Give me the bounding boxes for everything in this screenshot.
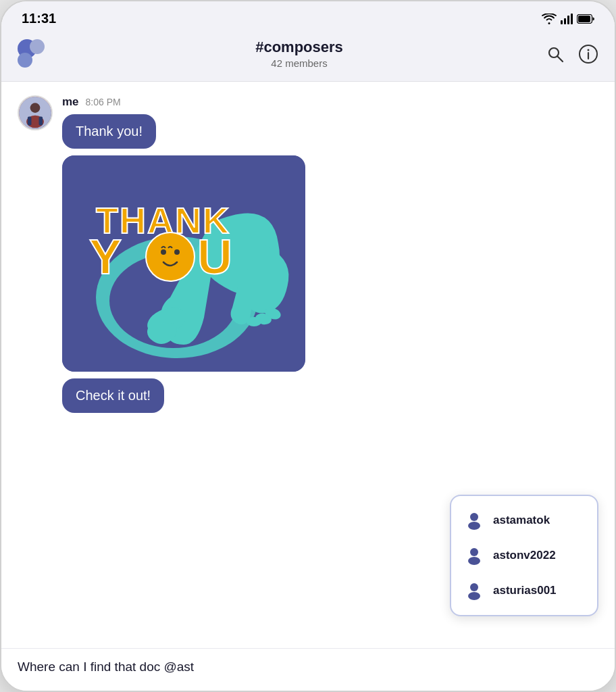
user-icon-asturias001 xyxy=(465,581,484,600)
svg-line-7 xyxy=(558,56,563,61)
messages-column: me 8:06 PM Thank you! xyxy=(62,95,598,420)
group-icon xyxy=(18,39,53,69)
user-icon-astamatok xyxy=(465,511,484,530)
svg-point-28 xyxy=(247,317,261,326)
avatar-dot-2 xyxy=(30,39,45,54)
search-icon xyxy=(546,45,565,64)
nav-left xyxy=(18,39,53,69)
signal-icon xyxy=(561,14,573,24)
avatar-dot-3 xyxy=(18,53,32,68)
autocomplete-item-astamatok[interactable]: astamatok xyxy=(451,503,597,538)
svg-point-30 xyxy=(468,522,480,530)
svg-rect-1 xyxy=(564,18,566,24)
wifi-icon xyxy=(542,14,557,24)
nav-center: #composers 42 members xyxy=(255,39,343,69)
avatar-image xyxy=(19,97,51,129)
sticker-bubble: THANK Y U xyxy=(62,155,305,372)
phone-frame: 11:31 xyxy=(0,0,616,692)
svg-point-31 xyxy=(470,548,478,556)
autocomplete-item-asturias001[interactable]: asturias001 xyxy=(451,573,597,608)
svg-text:Y: Y xyxy=(89,230,124,284)
status-bar: 11:31 xyxy=(1,1,615,33)
svg-rect-0 xyxy=(561,20,563,24)
svg-rect-5 xyxy=(578,16,590,22)
svg-rect-14 xyxy=(28,117,32,126)
nav-right xyxy=(546,44,598,64)
message-time: 8:06 PM xyxy=(86,97,121,107)
svg-point-24 xyxy=(174,249,180,255)
username-asturias001: asturias001 xyxy=(493,584,557,597)
sender-name: me xyxy=(62,95,79,109)
autocomplete-item-astonv2022[interactable]: astonv2022 xyxy=(451,538,597,573)
user-avatar xyxy=(18,95,53,130)
message-row: me 8:06 PM Thank you! xyxy=(18,95,598,420)
svg-rect-15 xyxy=(39,117,43,126)
message-input[interactable] xyxy=(18,660,598,674)
input-bar xyxy=(1,648,615,691)
channel-name: #composers xyxy=(255,39,343,56)
status-time: 11:31 xyxy=(22,11,56,26)
avatar-svg xyxy=(19,95,51,130)
text-bubble-thankyou: Thank you! xyxy=(62,114,156,149)
autocomplete-dropdown: astamatok astonv2022 asturias001 xyxy=(450,495,598,616)
svg-point-23 xyxy=(161,249,166,255)
svg-rect-2 xyxy=(567,16,569,24)
info-icon xyxy=(578,44,598,64)
user-icon-astonv2022 xyxy=(465,546,484,565)
message-header: me 8:06 PM xyxy=(62,95,598,109)
battery-icon xyxy=(577,14,594,24)
svg-point-12 xyxy=(30,103,41,113)
svg-point-29 xyxy=(470,513,478,521)
svg-text:U: U xyxy=(197,230,234,284)
status-icons xyxy=(542,14,594,24)
svg-point-34 xyxy=(468,592,480,600)
member-count: 42 members xyxy=(255,57,343,69)
svg-rect-3 xyxy=(571,14,573,24)
info-button[interactable] xyxy=(578,44,598,64)
username-astamatok: astamatok xyxy=(493,514,550,527)
top-nav: #composers 42 members xyxy=(1,33,615,82)
svg-point-32 xyxy=(468,557,480,565)
svg-point-22 xyxy=(146,232,195,281)
text-bubble-checkitout: Check it out! xyxy=(62,378,164,413)
search-button[interactable] xyxy=(546,45,565,64)
svg-point-10 xyxy=(588,49,590,51)
svg-point-33 xyxy=(470,583,478,591)
thank-you-sticker: THANK Y U xyxy=(62,155,305,372)
username-astonv2022: astonv2022 xyxy=(493,549,556,562)
